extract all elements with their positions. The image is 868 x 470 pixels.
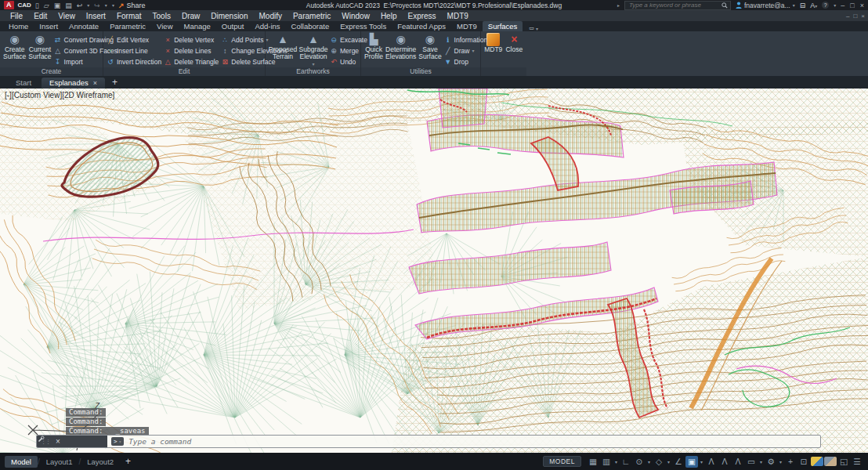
object-snap-icon[interactable]: ▣ — [685, 456, 698, 468]
save-surface-button[interactable]: ◉ SaveSurface — [418, 33, 441, 60]
file-tab-close-icon[interactable]: × — [93, 79, 97, 87]
command-line-grip[interactable]: ⋮⋮ × — [37, 436, 107, 447]
workspace-switching-icon[interactable]: ⚙ — [765, 456, 777, 468]
new-icon[interactable]: ▯ — [35, 2, 39, 9]
command-close-icon[interactable]: × — [56, 437, 60, 446]
menu-mdt9[interactable]: MDT9 — [442, 12, 474, 20]
close-icon[interactable]: × — [860, 2, 864, 9]
customization-plus-icon[interactable]: + — [784, 456, 797, 468]
doc-close-icon[interactable]: × — [861, 13, 865, 20]
help-icon[interactable]: ? — [822, 2, 829, 9]
tab-output[interactable]: Output — [216, 21, 250, 31]
workspace-caret-icon[interactable]: ▾ — [778, 459, 783, 465]
minimize-icon[interactable]: – — [841, 2, 844, 9]
menu-file[interactable]: File — [5, 12, 28, 20]
help-caret-icon[interactable]: ▾ — [834, 2, 836, 8]
polar-caret-icon[interactable]: ▾ — [646, 459, 652, 465]
invert-direction-button[interactable]: ↺ Invert Direction — [107, 56, 161, 67]
redo-icon[interactable]: ↪ — [94, 2, 100, 9]
layout-tab-model[interactable]: Model — [5, 456, 38, 468]
snap-caret-icon[interactable]: ▾ — [613, 459, 619, 465]
layout-tab-layout2[interactable]: Layout2 — [81, 456, 120, 468]
autodesk-a-button[interactable]: A▾ — [810, 2, 817, 9]
drawing-viewport[interactable]: [-][Custom View][2D Wireframe] Z Command… — [0, 89, 868, 453]
doc-minimize-icon[interactable]: – — [846, 13, 849, 20]
share-button[interactable]: ↗ Share — [118, 2, 146, 9]
delete-triangle-button[interactable]: △ Delete Triangle — [164, 56, 219, 67]
redo-caret-icon[interactable]: ▾ — [105, 2, 107, 8]
menu-dimension[interactable]: Dimension — [205, 12, 253, 20]
new-drawing-tab-button[interactable]: + — [107, 77, 122, 89]
tab-add-ins[interactable]: Add-ins — [249, 21, 285, 31]
scale-list-caret-icon[interactable]: ▾ — [758, 459, 764, 465]
search-box[interactable] — [624, 1, 731, 10]
viewport-controls[interactable]: [-][Custom View][2D Wireframe] — [5, 91, 114, 99]
snap-mode-icon[interactable]: ▥ — [600, 456, 613, 468]
proposed-terrain-button[interactable]: ▲ ProposedTerrain — [269, 33, 297, 60]
isodraft-icon[interactable]: ◇ — [653, 456, 665, 468]
grid-display-icon[interactable]: ▦ — [587, 456, 599, 468]
doc-restore-icon[interactable]: □ — [853, 13, 857, 20]
customization-menu-icon[interactable]: ☰ — [851, 456, 863, 468]
tab-annotate[interactable]: Annotate — [63, 21, 104, 31]
plot-icon[interactable]: ▤ — [65, 2, 72, 9]
panel-label-create[interactable]: Create — [0, 67, 103, 76]
search-icon[interactable] — [722, 2, 728, 9]
tab-featured-apps[interactable]: Featured Apps — [392, 21, 451, 31]
object-snap-caret-icon[interactable]: ▾ — [699, 459, 704, 465]
command-line-bar[interactable]: ⋮⋮ × >▾ Type a command — [36, 435, 821, 448]
new-layout-button[interactable]: + — [120, 456, 136, 467]
file-tab-start[interactable]: Start — [8, 78, 39, 89]
mdt9-button[interactable]: MDT9 — [484, 33, 503, 53]
file-tab-esplanades[interactable]: Esplanades × — [42, 78, 105, 89]
graphics-performance-icon[interactable]: ▰ — [811, 457, 823, 466]
panel-label-utilities[interactable]: Utilities — [361, 67, 480, 76]
tab-surfaces[interactable]: Surfaces — [483, 21, 523, 31]
annotation-scale-icon[interactable]: Ʌ — [732, 456, 744, 468]
undo-caret-icon[interactable]: ▾ — [87, 2, 89, 8]
recent-commands-icon[interactable]: >▾ — [111, 437, 124, 446]
model-space-button[interactable]: MODEL — [543, 456, 581, 467]
search-input[interactable] — [627, 1, 719, 9]
undo-icon[interactable]: ↩ — [77, 2, 83, 9]
cart-icon[interactable]: ⊟ — [800, 2, 806, 9]
tab-home[interactable]: Home — [3, 21, 34, 31]
open-icon[interactable]: ▱ — [44, 2, 49, 9]
subgrade-elevation-button[interactable]: ▲ Subgrade Elevation ▾ — [299, 33, 327, 67]
isolate-objects-icon[interactable]: ⊡ — [797, 456, 810, 468]
panel-label-edit[interactable]: Edit — [103, 67, 265, 76]
annotation-visibility-icon[interactable]: Ʌ — [705, 456, 718, 468]
menu-help[interactable]: Help — [375, 12, 403, 20]
tab-collaborate[interactable]: Collaborate — [286, 21, 335, 31]
determine-elevations-button[interactable]: ◉ DetermineElevations — [385, 33, 416, 60]
restore-icon[interactable]: □ — [850, 2, 854, 9]
create-surface-button[interactable]: ◉ CreateSurface — [3, 33, 26, 60]
menu-window[interactable]: Window — [336, 12, 375, 20]
edit-vertex-button[interactable]: ╱ Edit Vertex — [107, 34, 161, 45]
menu-edit[interactable]: Edit — [28, 12, 52, 20]
tab-mdt9[interactable]: MDT9 — [451, 21, 483, 31]
object-snap-tracking-icon[interactable]: ∠ — [672, 456, 685, 468]
clean-screen-icon[interactable]: ◱ — [837, 456, 850, 468]
command-input[interactable]: >▾ Type a command — [107, 436, 820, 447]
delete-vertex-button[interactable]: × Delete Vertex — [164, 34, 219, 45]
quick-profile-button[interactable]: ▙ QuickProfile — [364, 33, 383, 60]
menu-tools[interactable]: Tools — [147, 12, 176, 20]
close-surfaces-button[interactable]: × Close — [505, 33, 524, 53]
ortho-mode-icon[interactable]: ∟ — [620, 456, 632, 468]
tab-view[interactable]: View — [151, 21, 178, 31]
panel-label-earthworks[interactable]: Earthworks — [266, 67, 360, 76]
menu-view[interactable]: View — [52, 12, 81, 20]
menu-insert[interactable]: Insert — [81, 12, 111, 20]
insert-line-button[interactable]: + Insert Line — [107, 45, 161, 56]
hardware-acceleration-icon[interactable]: ▰ — [824, 457, 837, 466]
tab-express-tools[interactable]: Express Tools — [335, 21, 392, 31]
menu-modify[interactable]: Modify — [254, 12, 288, 20]
ribbon-display-toggle[interactable]: ▭▾ — [529, 25, 538, 31]
annotation-autoscale-icon[interactable]: Ʌ — [718, 456, 731, 468]
menu-format[interactable]: Format — [111, 12, 147, 20]
autocad-app-menu-icon[interactable]: A — [4, 1, 14, 9]
qat-overflow-icon[interactable]: ▾ — [112, 2, 114, 8]
polar-tracking-icon[interactable]: ⊙ — [633, 456, 646, 468]
isodraft-caret-icon[interactable]: ▾ — [666, 459, 671, 465]
